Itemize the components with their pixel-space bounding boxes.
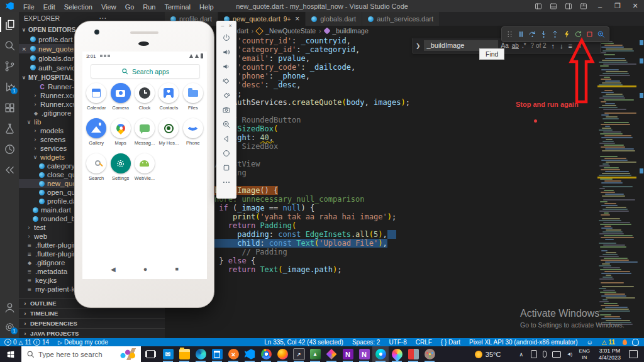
customize-layout-icon[interactable] xyxy=(580,3,587,10)
weather-widget[interactable]: 35°C xyxy=(475,351,501,358)
taskbar-drop[interactable] xyxy=(389,346,405,362)
section-timeline[interactable]: ›TIMELINE xyxy=(19,308,165,318)
flutter-icon[interactable] xyxy=(0,162,19,177)
emulator-close-icon[interactable]: × xyxy=(228,23,231,29)
menu-edit[interactable]: Edit xyxy=(43,3,55,11)
debug-config[interactable]: ▷Debug my code xyxy=(58,339,108,346)
breadcrumb-class[interactable]: _NewQuoteState xyxy=(265,27,316,35)
drag-handle[interactable] xyxy=(504,29,514,40)
taskbar-onenoteclip[interactable]: N xyxy=(356,346,372,362)
app-phone[interactable]: Phone xyxy=(181,118,205,146)
app-files[interactable]: Files xyxy=(181,83,205,111)
app-maps[interactable]: Maps xyxy=(108,118,132,146)
close-icon[interactable]: × xyxy=(295,14,299,23)
vscode-logo-icon[interactable] xyxy=(6,2,14,10)
regex-icon[interactable]: .* xyxy=(522,42,526,49)
taskbar-store[interactable] xyxy=(209,346,225,362)
next-match-icon[interactable]: ↓ xyxy=(560,42,564,50)
feedback-icon[interactable]: ☺ xyxy=(587,339,593,346)
taskbar-remote[interactable] xyxy=(405,346,421,362)
app-contacts[interactable]: Contacts xyxy=(157,83,180,111)
taskbar-edge[interactable] xyxy=(192,346,209,362)
tray-expand-icon[interactable]: ∧ xyxy=(519,351,523,358)
android-home-button[interactable]: ● xyxy=(143,265,148,273)
step-into-button[interactable] xyxy=(539,29,549,40)
menu-help[interactable]: Help xyxy=(199,3,214,11)
status-eol[interactable]: CRLF xyxy=(416,339,432,346)
timeline-icon[interactable] xyxy=(0,141,19,156)
settings-gear-icon[interactable]: 1 xyxy=(0,319,19,334)
toggle-panel-icon[interactable] xyxy=(550,3,557,10)
minimap[interactable] xyxy=(597,36,639,334)
taskbar-cast[interactable]: ↗ xyxy=(291,346,307,362)
breadcrumb[interactable]: e.dart › _NewQuoteState › _buildImage xyxy=(231,26,369,36)
maximize-button[interactable]: ❐ xyxy=(609,0,626,12)
menu-go[interactable]: Go xyxy=(125,3,135,11)
pause-button[interactable] xyxy=(516,29,526,40)
app-searchapp[interactable]: Search xyxy=(84,153,108,181)
taskbar-firefox[interactable] xyxy=(274,346,291,362)
zoom-button[interactable] xyxy=(216,117,236,131)
taskbar-search-box[interactable]: Type here to search xyxy=(21,346,141,362)
status-device[interactable]: Pixel XL API 30 (android-x86 emulator) xyxy=(469,339,578,346)
minimize-button[interactable]: – xyxy=(591,0,609,12)
back-button[interactable] xyxy=(216,131,236,146)
emulator-minimize-icon[interactable]: – xyxy=(221,23,224,29)
app-camera[interactable]: Camera xyxy=(108,83,132,111)
keyboard-icon[interactable] xyxy=(552,351,561,358)
app-settings[interactable]: Settings xyxy=(108,153,132,181)
status-line-col[interactable]: Ln 335, Col 42 (43 selected) xyxy=(264,339,343,346)
start-button[interactable] xyxy=(0,346,21,362)
section-java-projects[interactable]: ›JAVA PROJECTS xyxy=(19,328,165,338)
taskbar-paint3d[interactable] xyxy=(323,346,340,362)
source-control-icon[interactable] xyxy=(0,58,19,74)
taskbar-mail[interactable]: ✉ xyxy=(160,346,176,362)
section-dependencies[interactable]: ›DEPENDENCIES xyxy=(19,318,165,328)
app-webview[interactable]: WebVie... xyxy=(133,153,157,181)
step-over-button[interactable] xyxy=(528,29,538,40)
phone-screen[interactable]: 3:01 Search apps CalendarCameraClockCont… xyxy=(82,52,207,279)
scrollbar-markers[interactable] xyxy=(640,36,643,334)
menu-run[interactable]: Run xyxy=(143,3,155,11)
rotate-right-button[interactable] xyxy=(216,88,236,102)
find-expand-icon[interactable]: ❯ xyxy=(416,43,421,49)
account-icon[interactable] xyxy=(0,300,19,315)
close-icon[interactable]: × xyxy=(22,45,28,53)
more-button[interactable] xyxy=(216,175,236,189)
app-calendar[interactable]: Calendar xyxy=(84,83,108,111)
taskbar-xampp[interactable]: × xyxy=(225,346,242,362)
taskbar-photos[interactable]: ▲ xyxy=(307,346,323,362)
hot-reload-flame-icon[interactable] xyxy=(623,339,627,345)
app-messages[interactable]: Messag... xyxy=(133,118,157,146)
status-spaces[interactable]: Spaces: 2 xyxy=(352,339,380,346)
app-gallery[interactable]: Gallery xyxy=(84,118,108,146)
android-back-button[interactable]: ◀ xyxy=(111,266,116,273)
taskbar-palette[interactable] xyxy=(421,346,438,362)
previous-match-icon[interactable]: ↑ xyxy=(552,42,555,50)
android-recents-button[interactable]: ■ xyxy=(175,266,178,272)
search-icon[interactable] xyxy=(0,38,19,53)
taskbar-chrome[interactable] xyxy=(258,346,274,362)
overview-button[interactable] xyxy=(216,160,236,175)
taskbar-vscode[interactable] xyxy=(242,346,258,362)
run-debug-icon[interactable]: 1 xyxy=(0,79,19,94)
volume-icon[interactable]: ◄) xyxy=(567,351,572,357)
tab-auth-services-dart[interactable]: auth_services.dart xyxy=(362,12,440,26)
toggle-sidebar-icon[interactable] xyxy=(535,3,542,10)
step-out-button[interactable] xyxy=(550,29,560,40)
toggle-secondary-sidebar-icon[interactable] xyxy=(565,3,572,10)
app-myhospital[interactable]: My Hos... xyxy=(157,118,180,146)
rotate-left-button[interactable] xyxy=(216,74,236,88)
tab-globals-dart[interactable]: globals.dart xyxy=(306,12,362,26)
power-button[interactable] xyxy=(216,30,236,45)
taskbar-emulator[interactable] xyxy=(372,346,389,362)
app-clock[interactable]: Clock xyxy=(133,83,157,111)
analysis-warnings[interactable]: △ 11 xyxy=(602,339,615,346)
taskbar-onenote[interactable]: N xyxy=(340,346,356,362)
microphone-icon[interactable] xyxy=(543,351,547,358)
taskbar-explorer[interactable] xyxy=(176,346,192,362)
action-center-icon[interactable] xyxy=(629,350,638,358)
breadcrumb-method[interactable]: _buildImage xyxy=(333,27,369,35)
menu-file[interactable]: File xyxy=(23,3,35,11)
close-button[interactable]: ✕ xyxy=(626,0,644,12)
